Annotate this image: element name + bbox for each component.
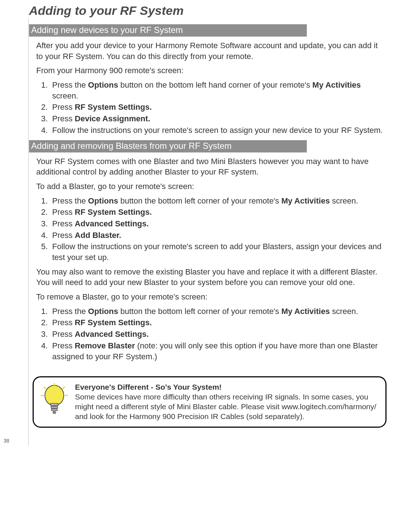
list-item: Press the Options button on the bottom l… <box>50 80 387 101</box>
text: Press <box>52 330 75 339</box>
list-item: Press Advanced Settings. <box>50 218 387 229</box>
vertical-rule <box>28 18 29 446</box>
paragraph: To remove a Blaster, go to your remote's… <box>36 292 387 302</box>
list-item: Press RF System Settings. <box>50 317 387 328</box>
bold-text: My Activities <box>281 196 330 205</box>
bold-text: Options <box>88 307 118 316</box>
list-item: Press RF System Settings. <box>50 207 387 218</box>
svg-line-4 <box>63 387 65 389</box>
tip-callout: Everyone's Different - So's Your System!… <box>33 376 387 428</box>
bold-text: RF System Settings. <box>75 102 152 112</box>
svg-line-3 <box>44 387 46 389</box>
list-item: Press RF System Settings. <box>50 102 387 113</box>
paragraph: Your RF System comes with one Blaster an… <box>36 156 387 177</box>
section-content-blasters: Your RF System comes with one Blaster an… <box>36 156 387 362</box>
page-number: 38 <box>4 438 9 444</box>
document-page: Adding to your RF System Adding new devi… <box>0 0 401 446</box>
text: Press the <box>52 80 88 89</box>
list-item: Press Device Assignment. <box>50 113 387 124</box>
text: screen. <box>330 196 358 205</box>
paragraph: You may also want to remove the existing… <box>36 267 387 288</box>
list-item: Follow the instructions on your remote's… <box>50 241 387 263</box>
text: button on the bottom left hand corner of… <box>118 80 312 89</box>
tip-body: Some devices have more difficulty than o… <box>75 393 376 420</box>
paragraph: After you add your device to your Harmon… <box>36 40 387 62</box>
section-heading-add-devices: Adding new devices to your RF System <box>29 24 307 37</box>
paragraph: To add a Blaster, go to your remote's sc… <box>36 181 387 192</box>
ordered-list: Press the Options button on the bottom l… <box>36 80 387 135</box>
ordered-list: Press the Options button the bottom left… <box>36 196 387 263</box>
text: Press the <box>52 196 88 205</box>
ordered-list: Press the Options button the bottom left… <box>36 306 387 362</box>
list-item: Follow the instructions on your remote's… <box>50 125 387 136</box>
tip-title: Everyone's Different - So's Your System! <box>75 383 222 391</box>
bold-text: RF System Settings. <box>75 318 152 327</box>
bold-text: RF System Settings. <box>75 208 152 217</box>
text: screen. <box>52 91 78 100</box>
bold-text: Add Blaster. <box>75 231 121 240</box>
svg-rect-1 <box>53 411 56 414</box>
bold-text: Options <box>88 80 118 89</box>
bold-text: Device Assignment. <box>75 114 150 123</box>
list-item: Press the Options button the bottom left… <box>50 196 387 206</box>
text: Press <box>52 219 75 228</box>
text: Press <box>52 231 75 240</box>
bold-text: My Activities <box>281 307 330 316</box>
text: Press <box>52 102 75 112</box>
tip-text: Everyone's Different - So's Your System!… <box>75 382 379 422</box>
list-item: Press Add Blaster. <box>50 230 387 241</box>
svg-point-0 <box>45 385 64 406</box>
list-item: Press Remove Blaster (note: you will onl… <box>50 340 387 362</box>
list-item: Press the Options button the bottom left… <box>50 306 387 317</box>
text: button the bottom left corner of your re… <box>118 196 281 205</box>
section-content-add-devices: After you add your device to your Harmon… <box>36 40 387 136</box>
text: Press <box>52 341 75 350</box>
bold-text: My Activities <box>312 80 361 89</box>
text: Press <box>52 114 75 123</box>
bold-text: Advanced Settings. <box>75 219 149 228</box>
bold-text: Remove Blaster <box>75 341 135 350</box>
text: Press <box>52 318 75 327</box>
paragraph: From your Harmony 900 remote's screen: <box>36 65 387 76</box>
lightbulb-icon <box>39 382 70 419</box>
bold-text: Advanced Settings. <box>75 330 149 339</box>
text: button the bottom left corner of your re… <box>118 307 281 316</box>
section-heading-blasters: Adding and removing Blasters from your R… <box>29 140 307 152</box>
text: Press the <box>52 307 88 316</box>
page-title: Adding to your RF System <box>29 0 387 18</box>
text: screen. <box>330 307 358 316</box>
text: Press <box>52 208 75 217</box>
bold-text: Options <box>88 196 118 205</box>
list-item: Press Advanced Settings. <box>50 329 387 340</box>
